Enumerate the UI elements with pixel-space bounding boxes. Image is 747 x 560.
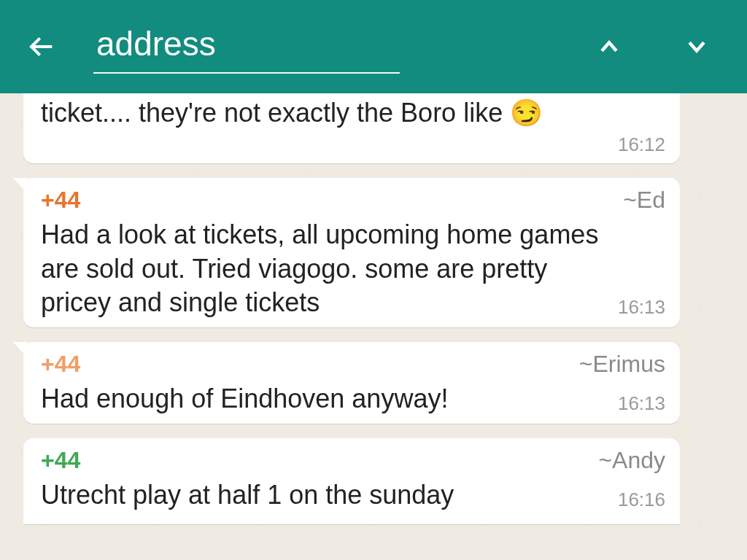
- arrow-left-icon: [28, 32, 57, 61]
- sender-nick: ~Andy: [598, 447, 665, 474]
- search-header: [0, 0, 747, 93]
- message-bubble[interactable]: +44 ~Ed Had a look at tickets, all upcom…: [23, 178, 680, 327]
- message-time: 16:16: [618, 489, 665, 511]
- sender-phone[interactable]: +44: [41, 447, 80, 474]
- message-text: ticket.... they're not exactly the Boro …: [41, 96, 665, 131]
- message-text: Utrecht play at half 1 on the sunday: [41, 478, 606, 513]
- sender-phone[interactable]: +44: [41, 351, 80, 378]
- search-field-wrap: [93, 20, 533, 74]
- message-text: Had a look at tickets, all upcoming home…: [41, 218, 606, 320]
- message-bubble[interactable]: ticket.... they're not exactly the Boro …: [23, 93, 680, 163]
- sender-nick: ~Ed: [623, 187, 665, 214]
- chevron-up-icon: [597, 34, 622, 59]
- message-time: 16:12: [618, 133, 665, 155]
- search-nav-arrows: [597, 34, 709, 59]
- search-next-button[interactable]: [684, 34, 709, 59]
- search-prev-button[interactable]: [597, 34, 622, 59]
- sender-phone[interactable]: +44: [41, 187, 80, 214]
- message-text: Had enough of Eindhoven anyway!: [41, 382, 606, 416]
- message-time: 16:13: [618, 296, 665, 319]
- message-bubble[interactable]: +44 ~Erimus Had enough of Eindhoven anyw…: [23, 342, 680, 424]
- message-bubble[interactable]: +44 ~Andy Utrecht play at half 1 on the …: [23, 438, 680, 524]
- message-time: 16:13: [618, 392, 665, 415]
- sender-nick: ~Erimus: [579, 351, 665, 378]
- search-input[interactable]: [93, 20, 400, 74]
- back-button[interactable]: [26, 31, 58, 63]
- chevron-down-icon: [684, 34, 709, 59]
- chat-area[interactable]: ticket.... they're not exactly the Boro …: [0, 93, 747, 524]
